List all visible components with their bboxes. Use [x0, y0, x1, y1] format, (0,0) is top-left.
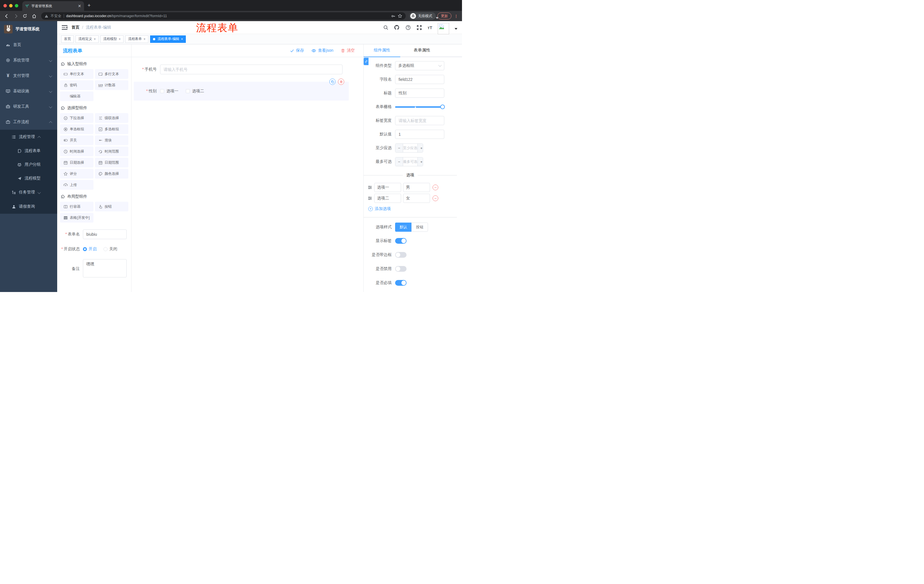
tag-process-model[interactable]: 流程模型×	[101, 35, 124, 43]
status-off-radio[interactable]	[104, 247, 107, 251]
palette-item-switch[interactable]: 开关	[60, 135, 94, 145]
phone-input[interactable]	[160, 64, 343, 74]
palette-item-time-range[interactable]: 时间范围	[95, 146, 129, 156]
default-value-input[interactable]	[395, 130, 444, 139]
option-label-input[interactable]	[374, 183, 401, 192]
option-value-input[interactable]	[403, 183, 430, 192]
gender-option-2[interactable]: 选项二	[186, 89, 204, 94]
tab-component-props[interactable]: 组件属性	[367, 48, 397, 57]
bookmark-star-icon[interactable]	[398, 14, 402, 18]
sidebar-item-process-form[interactable]: 流程表单	[0, 144, 57, 158]
status-off-label[interactable]: 关闭	[109, 247, 117, 252]
status-on-radio[interactable]	[83, 247, 87, 251]
clear-button[interactable]: 清空	[341, 48, 355, 53]
checkbox[interactable]	[160, 89, 164, 93]
form-grid-slider[interactable]	[395, 102, 444, 112]
close-icon[interactable]: ×	[119, 37, 120, 41]
slider-track[interactable]	[395, 106, 444, 108]
palette-item-password[interactable]: 密码	[60, 80, 94, 90]
update-button[interactable]: 更新	[437, 13, 451, 20]
drag-handle-icon[interactable]	[368, 185, 372, 190]
field-link-handle[interactable]	[364, 58, 368, 65]
decrease-button[interactable]: −	[395, 144, 403, 152]
form-name-input[interactable]	[83, 229, 127, 239]
browser-caret-icon[interactable]	[436, 17, 439, 19]
border-toggle[interactable]	[395, 252, 406, 258]
sidebar-item-workflow[interactable]: 工作流程	[0, 114, 57, 130]
palette-item-date-range[interactable]: 日期范围	[95, 158, 129, 168]
palette-item-counter[interactable]: 123 计数器	[95, 80, 129, 90]
max-select-value[interactable]: 最多可选	[403, 158, 418, 166]
tag-home[interactable]: 首页	[61, 35, 74, 43]
required-toggle[interactable]	[395, 280, 406, 286]
sidebar-item-user-group[interactable]: 用户分组	[0, 158, 57, 171]
sidebar-item-infra[interactable]: 基础设施	[0, 84, 57, 99]
min-select-value[interactable]: 至少应选	[403, 144, 418, 152]
palette-item-single-line-text[interactable]: 单行文本	[60, 69, 94, 79]
copy-component-button[interactable]	[329, 79, 336, 85]
component-type-select[interactable]: 多选框组	[395, 61, 444, 70]
style-default-button[interactable]: 默认	[395, 222, 411, 232]
breadcrumb-home[interactable]: 首页	[71, 25, 79, 30]
sidebar-item-process-model[interactable]: 流程模型	[0, 171, 57, 185]
security-label[interactable]: 不安全	[51, 14, 61, 18]
tab-form-props[interactable]: 表单属性	[407, 48, 437, 57]
palette-item-select[interactable]: 下拉选择	[60, 113, 94, 123]
status-on-label[interactable]: 开启	[89, 247, 97, 252]
palette-item-radio-group[interactable]: 单选框组	[60, 124, 94, 134]
palette-item-color-picker[interactable]: 颜色选择	[95, 169, 129, 179]
sidebar-item-process-mgmt[interactable]: 流程管理	[0, 130, 57, 144]
slider-handle[interactable]	[440, 105, 445, 109]
palette-item-cascader[interactable]: 级联选择	[95, 113, 129, 123]
close-window-button[interactable]	[3, 4, 7, 7]
sidebar-item-system[interactable]: 系统管理	[0, 53, 57, 68]
back-icon[interactable]	[3, 12, 10, 20]
browser-tab[interactable]: 芋道管理系统 ✕	[22, 1, 84, 11]
option-value-input[interactable]	[403, 194, 430, 203]
gender-option-1[interactable]: 选项一	[160, 89, 178, 94]
palette-item-row-container[interactable]: 行容器	[60, 202, 94, 211]
forward-icon[interactable]	[12, 12, 20, 20]
close-icon[interactable]: ×	[144, 37, 145, 41]
remove-option-button[interactable]: −	[432, 184, 438, 190]
minimize-window-button[interactable]	[9, 4, 13, 7]
font-size-icon[interactable]: ᴛT	[427, 25, 432, 30]
checkbox[interactable]	[186, 89, 190, 93]
avatar-caret-icon[interactable]	[455, 28, 457, 30]
palette-item-slider[interactable]: 滑块	[95, 135, 129, 145]
tag-process-definition[interactable]: 流程定义×	[76, 35, 99, 43]
tag-process-form-edit[interactable]: 流程表单-编辑×	[150, 35, 186, 43]
url-text[interactable]: dashboard.yudao.iocoder.cn/bpm/manager/f…	[66, 14, 167, 18]
sidebar-item-leave-query[interactable]: 请假查询	[0, 199, 57, 214]
drag-handle-icon[interactable]	[368, 196, 372, 201]
option-label-input[interactable]	[374, 194, 401, 203]
close-icon[interactable]: ×	[94, 37, 96, 41]
palette-item-rate[interactable]: 评分	[60, 169, 94, 179]
palette-item-upload[interactable]: 上传	[60, 180, 94, 190]
github-icon[interactable]	[394, 25, 400, 30]
decrease-button[interactable]: −	[395, 158, 403, 166]
view-json-button[interactable]: 查看json	[311, 48, 333, 53]
title-input[interactable]	[395, 89, 444, 98]
new-tab-button[interactable]: +	[84, 2, 95, 11]
fullscreen-icon[interactable]	[416, 25, 422, 30]
palette-item-editor[interactable]: 编辑器	[60, 91, 94, 101]
form-remark-textarea[interactable]: 嘿嘿	[83, 259, 127, 277]
window-controls[interactable]	[0, 4, 22, 11]
sidebar-logo[interactable]: 芋道管理系统	[0, 21, 57, 37]
palette-item-date-picker[interactable]: 日期选择	[60, 158, 94, 168]
sidebar-item-home[interactable]: 首页	[0, 37, 57, 53]
close-icon[interactable]: ×	[181, 37, 183, 41]
avatar[interactable]	[438, 23, 449, 34]
password-key-icon[interactable]	[391, 14, 395, 18]
field-name-input[interactable]	[395, 75, 444, 84]
increase-button[interactable]: +	[418, 144, 423, 152]
tab-close-icon[interactable]: ✕	[78, 4, 81, 8]
browser-menu-icon[interactable]: ⋮	[453, 14, 459, 18]
remove-option-button[interactable]: −	[432, 196, 438, 201]
search-icon[interactable]	[383, 25, 389, 30]
show-label-toggle[interactable]	[395, 238, 406, 244]
maximize-window-button[interactable]	[15, 4, 18, 7]
tag-process-form[interactable]: 流程表单×	[125, 35, 148, 43]
url-bar[interactable]: 不安全 dashboard.yudao.iocoder.cn/bpm/manag…	[41, 12, 406, 20]
